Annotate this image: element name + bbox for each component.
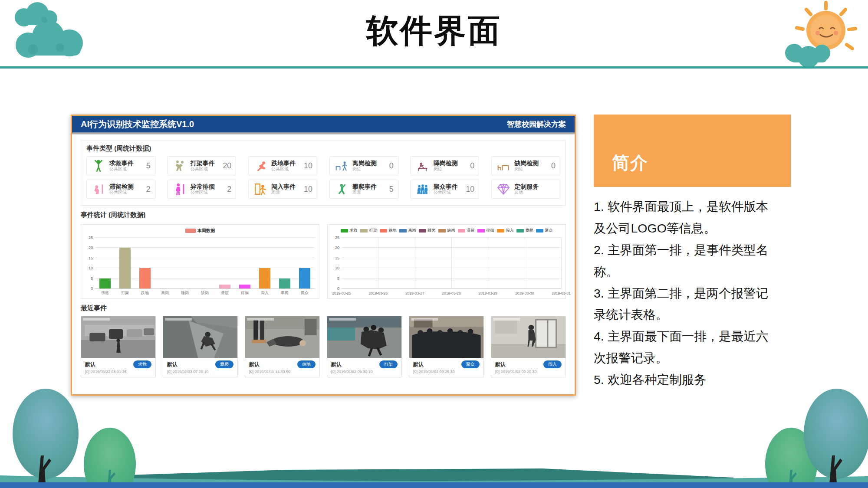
legend-swatch [360,229,368,233]
event-type-card[interactable]: 缺岗检测岗位0 [491,156,560,175]
event-card-area: 岗位 [352,167,377,172]
legend-label: 求救 [350,228,358,233]
legend-swatch [516,229,524,233]
event-type-card[interactable]: 定制服务其他 [491,180,560,199]
event-type-badge: 攀爬 [215,360,233,368]
event-card-area: 周界 [271,190,296,195]
y-tick-label: 20 [89,246,93,250]
bar-求救 [99,278,110,288]
intro-panel: 简介 [594,115,791,187]
event-type-card[interactable]: 异常徘徊公共区域2 [168,180,237,199]
x-tick-label: 闯入 [255,290,275,296]
app-titlebar: AI行为识别技术监控系统V1.0 智慧校园解决方案 [72,116,575,132]
recent-event-card[interactable]: 默认聚众[0]-2019/01/02 09:25:30 [409,316,484,377]
event-type-card[interactable]: 滞留检测公共区域2 [86,180,155,199]
event-card-name: 攀爬事件 [352,183,377,190]
recent-event-card[interactable]: 默认倒地[0]-2019/01/11 14:30:50 [245,316,320,377]
surveillance-snapshot [409,316,483,358]
y-tick-label: 25 [335,236,339,240]
event-card-area: 公共区域 [191,190,215,195]
event-type-card-grid: 求救事件公共区域5打架事件公共区域20跌地事件公共区域10离岗检测岗位0睡岗检测… [86,156,560,199]
legend-label: 离岗 [408,228,416,233]
y-tick-label: 0 [337,286,339,291]
legend-label: 跌地 [389,228,397,233]
recent-event-time: [0]-2019/01/11 14:30:50 [249,370,316,374]
event-card-count: 0 [470,161,474,170]
legend-swatch [438,229,446,233]
dashboard-content: 事件类型 (周统计数据) 求救事件公共区域5打架事件公共区域20跌地事件公共区域… [72,134,575,394]
event-card-area: 其他 [514,190,539,195]
event-stats-header: 事件统计 (周统计数据) [81,211,566,219]
legend-swatch [380,229,387,233]
event-type-card[interactable]: 跌地事件公共区域10 [248,156,317,175]
bar-打架 [119,248,130,288]
y-tick-label: 5 [337,276,339,281]
recent-events-grid: 默认求救[0]-2019/03/22 08:01:25默认攀爬[0]-2019/… [81,316,566,377]
legend-swatch [185,229,196,233]
event-card-area: 公共区域 [191,167,215,172]
legend-label: 聚众 [545,228,553,233]
event-type-card[interactable]: 聚众事件公共区域10 [411,180,480,199]
x-tick-label: 跌地 [135,290,155,296]
y-tick-label: 15 [89,256,93,260]
event-card-area: 公共区域 [271,167,296,172]
recent-event-card[interactable]: 默认打架[0]-2019/01/02 09:30:10 [327,316,402,377]
recent-event-name: 默认 [495,361,506,368]
legend-swatch [497,229,504,233]
bar-闯入 [259,268,270,288]
event-type-badge: 倒地 [297,360,316,368]
event-card-count: 0 [389,161,394,170]
bar-徘徊 [239,285,250,288]
recent-event-name: 默认 [167,361,178,368]
legend-label: 睡岗 [428,228,436,233]
event-type-card[interactable]: 打架事件公共区域20 [168,156,237,175]
recent-event-time: [0]-2019/01/02 09:20:30 [495,370,562,374]
intro-heading: 简介 [612,151,648,175]
x-tick-label: 2019-03-29 [479,291,497,295]
legend-label: 打架 [369,228,377,233]
intro-list-item: 1. 软件界面最顶上，是软件版本及公司LOGO等信息。 [594,196,776,239]
x-tick-label: 徘徊 [235,290,255,296]
x-tick-label: 缺岗 [195,290,215,296]
legend-label: 滞留 [467,228,475,233]
surveillance-snapshot [163,316,237,358]
event-card-count: 2 [227,185,231,194]
y-tick-label: 0 [91,286,93,291]
x-tick-label: 打架 [115,290,135,296]
x-tick-label: 求救 [95,290,115,296]
slide: 软件界面 AI行为识别技术监控系统V1.0 智慧校园解决方案 [0,0,868,488]
event-card-count: 5 [389,185,394,194]
event-type-card[interactable]: 睡岗检测岗位0 [411,156,480,175]
fall-icon [253,158,268,173]
legend-swatch [458,229,465,233]
recent-event-card[interactable]: 默认求救[0]-2019/03/22 08:01:25 [81,316,156,377]
event-card-count: 2 [146,185,151,194]
event-type-card[interactable]: 离岗检测岗位0 [329,156,398,175]
event-type-card[interactable]: 求救事件公共区域5 [86,156,155,175]
x-tick-label: 聚众 [295,290,315,296]
event-type-card[interactable]: 闯入事件周界10 [248,180,317,199]
event-card-name: 睡岗检测 [434,160,458,167]
event-card-count: 20 [223,161,231,170]
chart-legend: 求救打架跌地离岗睡岗缺岗滞留徘徊闯入攀爬聚众 [328,228,566,233]
plot-area: 05101520252019-03-252019-03-262019-03-27… [342,238,561,289]
legend-label: 缺岗 [447,228,455,233]
event-card-area: 公共区域 [109,167,134,172]
gridline [561,238,562,288]
legend-swatch [536,229,543,233]
recent-event-card[interactable]: 默认闯入[0]-2019/01/02 09:20:30 [491,316,566,377]
x-tick-label: 2019-03-28 [442,291,460,295]
recent-event-card[interactable]: 默认攀爬[0]-2019/02/03 07:20:10 [163,316,238,377]
y-tick-label: 20 [335,246,339,250]
x-tick-label: 2019-03-26 [369,291,388,295]
surveillance-snapshot [245,316,319,358]
x-tick-label: 2019-03-31 [552,291,570,295]
wander-icon [172,182,187,197]
climb-icon [334,182,349,197]
event-type-card[interactable]: 攀爬事件周界5 [329,180,398,199]
intro-list-item: 2. 主界面第一排，是事件类型名称。 [594,239,776,283]
event-card-count: 10 [304,161,312,170]
recent-event-name: 默认 [85,361,95,368]
plot-area: 0510152025 [95,238,315,289]
y-tick-label: 10 [89,266,93,270]
